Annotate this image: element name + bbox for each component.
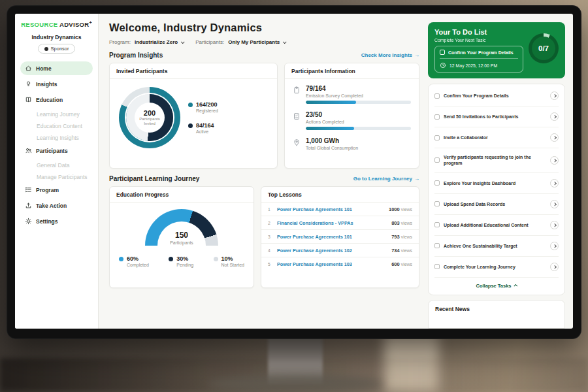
sidebar-item-label: Insights bbox=[36, 81, 57, 88]
sidebar-item-participants[interactable]: Participants bbox=[20, 144, 93, 157]
sidebar-subitem-manage-participants[interactable]: Manage Participants bbox=[20, 171, 93, 183]
task-open-button[interactable] bbox=[550, 156, 559, 165]
lesson-row[interactable]: 3 Power Purchase Agreements 101 793 view… bbox=[261, 230, 419, 244]
task-open-button[interactable] bbox=[550, 179, 559, 188]
lesson-link[interactable]: Power Purchase Agreements 101 bbox=[277, 206, 385, 212]
sidebar-subitem-general-data[interactable]: General Data bbox=[20, 159, 93, 171]
checkbox[interactable] bbox=[434, 135, 440, 140]
lesson-views: 1000 views bbox=[389, 206, 412, 212]
checkbox[interactable] bbox=[440, 50, 445, 55]
legend-item-registered: 164/200 Registered bbox=[188, 101, 218, 113]
donut-center-label: Participants Invited bbox=[136, 117, 163, 127]
checkbox[interactable] bbox=[434, 157, 440, 163]
checkbox[interactable] bbox=[434, 201, 440, 206]
sidebar-item-education[interactable]: Education bbox=[20, 93, 93, 106]
checkbox[interactable] bbox=[434, 180, 440, 186]
lesson-link[interactable]: Power Purchase Agreements 101 bbox=[277, 234, 387, 240]
lesson-row[interactable]: 2 Financial Considerations - VPPAs 803 v… bbox=[261, 216, 419, 230]
card-title: Education Progress bbox=[110, 187, 253, 203]
stat-emission-survey: 79/164 Emission Survey Completed bbox=[285, 79, 419, 105]
section-title: Participant Learning Journey bbox=[109, 175, 199, 182]
sidebar-item-take-action[interactable]: Take Action bbox=[20, 199, 93, 212]
checkbox[interactable] bbox=[434, 243, 440, 248]
donut-center-value: 200 bbox=[144, 109, 155, 117]
todo-panel: Your To Do List Complete Your Next Task:… bbox=[428, 14, 573, 329]
sidebar-item-program[interactable]: Program bbox=[20, 183, 93, 197]
logo-resource: RESOURCE bbox=[21, 21, 57, 28]
sidebar-item-home[interactable]: Home bbox=[20, 61, 93, 75]
task-row[interactable]: Confirm Your Program Details bbox=[434, 86, 559, 106]
filter-bar: Program: Industrialize Zero Participants… bbox=[109, 39, 419, 45]
progress-bar-fill bbox=[306, 127, 354, 130]
task-row[interactable]: Invite a Collaborator bbox=[434, 127, 559, 148]
sidebar-subitem-education-content[interactable]: Education Content bbox=[20, 120, 93, 132]
sidebar-item-label: Home bbox=[36, 65, 52, 72]
checklist-icon bbox=[293, 112, 301, 120]
stat-global-consumption: 1,000 GWh Total Global Consumption bbox=[285, 131, 419, 154]
background-photo: RESOURCE ADVISOR+ Industry Dynamics Spon… bbox=[0, 0, 588, 392]
checkbox[interactable] bbox=[434, 264, 440, 269]
lesson-row[interactable]: 4 Power Purchase Agreements 102 734 view… bbox=[261, 244, 419, 257]
legend-item-completed: 60% Completed bbox=[119, 255, 149, 267]
check-more-insights-link[interactable]: Check More Insights → bbox=[361, 52, 419, 58]
task-open-button[interactable] bbox=[550, 112, 559, 121]
sidebar: RESOURCE ADVISOR+ Industry Dynamics Spon… bbox=[15, 14, 99, 329]
task-row[interactable]: Complete Your Learning Journey bbox=[434, 257, 559, 278]
program-select[interactable]: Industrialize Zero bbox=[135, 39, 184, 45]
task-open-button[interactable] bbox=[550, 263, 559, 271]
gauge-center-value: 150 bbox=[175, 231, 188, 240]
progress-bar-fill bbox=[306, 101, 356, 104]
participants-select[interactable]: Only My Participants bbox=[228, 39, 286, 45]
task-row[interactable]: Upload Additional Educational Content bbox=[434, 215, 559, 236]
collapse-tasks-button[interactable]: Collapse Tasks bbox=[434, 278, 559, 293]
recent-news-title: Recent News bbox=[435, 306, 470, 312]
sponsor-badge[interactable]: Sponsor bbox=[38, 44, 76, 54]
lesson-link[interactable]: Power Purchase Agreements 102 bbox=[277, 248, 387, 253]
due-date-row: 12 May 2025, 12:00 PM bbox=[440, 59, 518, 69]
education-progress-card: Education Progress 150 Participants bbox=[109, 186, 254, 288]
task-open-button[interactable] bbox=[550, 200, 559, 208]
gauge-center-label: Participants bbox=[110, 240, 253, 245]
task-open-button[interactable] bbox=[550, 91, 559, 100]
sponsor-badge-label: Sponsor bbox=[51, 46, 69, 52]
next-task-row[interactable]: Confirm Your Program Details bbox=[440, 50, 518, 59]
participants-information-card: Participants Information 79/164 Emission… bbox=[284, 63, 419, 169]
checkbox[interactable] bbox=[434, 93, 440, 99]
go-to-learning-journey-link[interactable]: Go to Learning Journey → bbox=[353, 176, 419, 182]
insights-cards-row: Invited Participants 200 Participants In… bbox=[109, 63, 419, 169]
checkbox[interactable] bbox=[434, 114, 440, 120]
lesson-link[interactable]: Power Purchase Agreements 103 bbox=[277, 261, 387, 267]
task-row[interactable]: Upload Spend Data Records bbox=[434, 194, 559, 215]
logo-advisor: ADVISOR+ bbox=[59, 21, 92, 28]
task-row[interactable]: Verify participants requesting to join t… bbox=[434, 148, 559, 173]
upload-action-icon bbox=[25, 202, 32, 209]
lightbulb-icon bbox=[25, 80, 32, 88]
sidebar-item-insights[interactable]: Insights bbox=[20, 77, 93, 91]
grey-dot-icon bbox=[214, 257, 218, 261]
task-row[interactable]: Achieve One Sustainability Target bbox=[434, 236, 559, 257]
task-row[interactable]: Explore Your Insights Dashboard bbox=[434, 173, 559, 194]
org-name: Industry Dynamics bbox=[20, 34, 93, 41]
lesson-link[interactable]: Financial Considerations - VPPAs bbox=[277, 220, 387, 226]
sidebar-item-settings[interactable]: Settings bbox=[20, 214, 93, 228]
lesson-views: 734 views bbox=[391, 248, 412, 253]
people-icon bbox=[25, 147, 32, 154]
checkbox[interactable] bbox=[434, 222, 440, 227]
lesson-row[interactable]: 1 Power Purchase Agreements 101 1000 vie… bbox=[261, 203, 419, 216]
stat-actions-completed: 23/50 Actions Completed bbox=[285, 105, 419, 131]
chevron-right-icon bbox=[553, 244, 556, 248]
lesson-row[interactable]: 5 Power Purchase Agreements 103 600 view… bbox=[261, 257, 419, 270]
sidebar-subitem-learning-insights[interactable]: Learning Insights bbox=[20, 132, 93, 144]
sidebar-subitem-learning-journey[interactable]: Learning Journey bbox=[20, 108, 93, 120]
legend-item-not-started: 10% Not Started bbox=[214, 255, 244, 267]
todo-summary-card: Your To Do List Complete Your Next Task:… bbox=[428, 22, 565, 78]
recent-news-card: Recent News bbox=[428, 300, 565, 329]
chevron-right-icon bbox=[553, 115, 556, 118]
section-title: Program Insights bbox=[109, 52, 163, 59]
task-open-button[interactable] bbox=[550, 133, 559, 142]
task-row[interactable]: Send 50 Invitations to Participants bbox=[434, 106, 559, 127]
task-open-button[interactable] bbox=[550, 242, 559, 250]
task-open-button[interactable] bbox=[550, 221, 559, 229]
sidebar-item-label: Participants bbox=[36, 148, 68, 154]
card-title: Invited Participants bbox=[110, 63, 277, 79]
